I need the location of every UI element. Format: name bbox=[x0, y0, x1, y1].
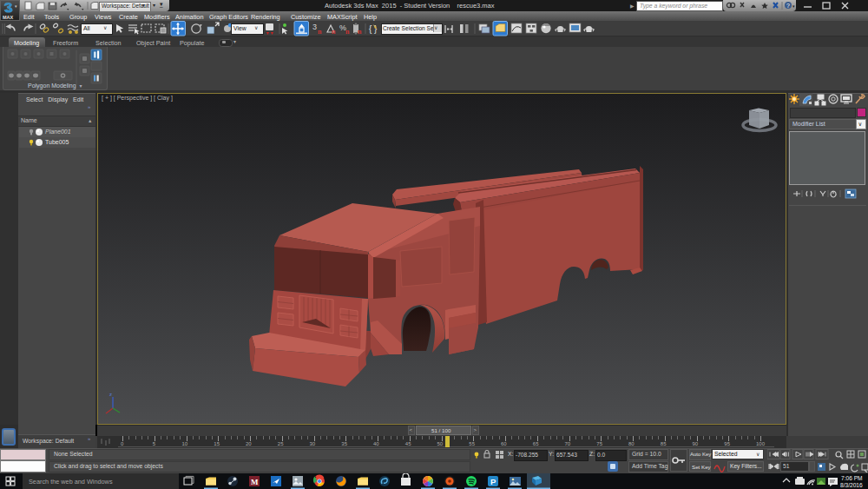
svg-text:▾: ▾ bbox=[792, 3, 795, 9]
svg-text:MAX: MAX bbox=[3, 15, 14, 20]
svg-text:n: n bbox=[318, 28, 322, 36]
svg-text:n: n bbox=[332, 28, 336, 36]
svg-text:n: n bbox=[345, 28, 350, 36]
svg-text:P: P bbox=[490, 477, 496, 486]
svg-text:Search the web and Windows: Search the web and Windows bbox=[29, 478, 113, 486]
svg-text:7:06 PM: 7:06 PM bbox=[841, 475, 863, 481]
svg-text:3: 3 bbox=[312, 23, 317, 31]
svg-text:n: n bbox=[358, 28, 362, 36]
svg-text:?: ? bbox=[786, 3, 790, 9]
svg-text:{ }: { } bbox=[369, 24, 378, 34]
svg-text:8/3/2016: 8/3/2016 bbox=[840, 482, 863, 488]
svg-text:M: M bbox=[251, 478, 259, 486]
svg-text:▾: ▾ bbox=[15, 3, 17, 9]
